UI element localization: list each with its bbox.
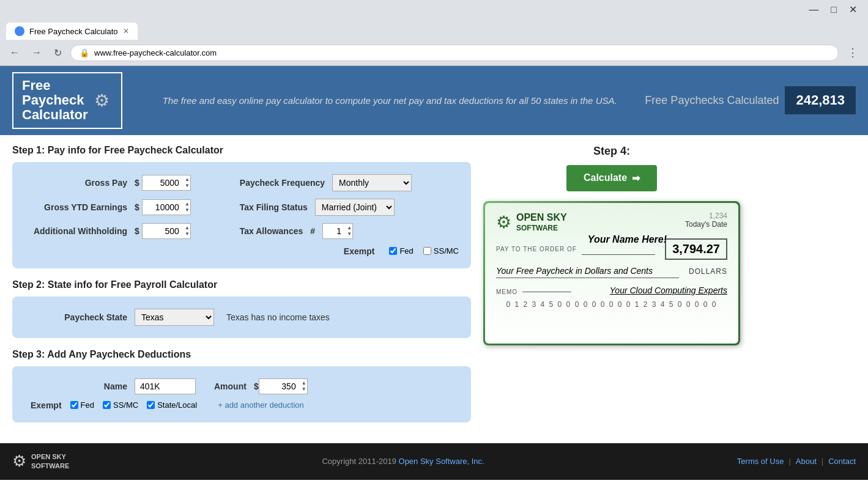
deduction-ssmc-checkbox[interactable] bbox=[103, 401, 111, 409]
filing-group: Tax Filing Status SingleMarried (Joint)M… bbox=[240, 199, 459, 216]
deduction-statelocal-checkbox[interactable] bbox=[147, 401, 155, 409]
freq-select[interactable]: WeeklyBi-WeeklySemi-MonthlyMonthlyQuarte… bbox=[332, 174, 412, 191]
additional-spinner[interactable]: ▲ ▼ bbox=[142, 223, 191, 239]
active-tab[interactable]: Free Paycheck Calculato ✕ bbox=[6, 23, 138, 40]
check-dollars-label: DOLLARS bbox=[689, 267, 727, 276]
contact-link[interactable]: Contact bbox=[828, 457, 856, 466]
gross-ytd-up[interactable]: ▲ bbox=[185, 201, 190, 207]
allowances-group: Tax Allowances # ▲ ▼ bbox=[240, 223, 459, 239]
back-button[interactable]: ← bbox=[6, 45, 23, 61]
allowances-arrows[interactable]: ▲ ▼ bbox=[347, 225, 352, 237]
add-deduction-link[interactable]: + add another deduction bbox=[218, 400, 304, 410]
check-dollars-text: Your Free Paycheck in Dollars and Cents bbox=[496, 266, 653, 276]
tab-close-icon[interactable]: ✕ bbox=[123, 27, 129, 35]
additional-arrows[interactable]: ▲ ▼ bbox=[185, 225, 190, 237]
step3-heading: Step 3: Add Any Paycheck Deductions bbox=[12, 349, 471, 360]
deduction-fed-item: Fed bbox=[70, 400, 94, 410]
step2-heading: Step 2: State info for Free Payroll Calc… bbox=[12, 279, 471, 290]
address-bar[interactable]: 🔒 bbox=[70, 45, 839, 61]
state-label: Paycheck State bbox=[24, 312, 135, 322]
tab-favicon bbox=[15, 26, 24, 36]
amount-up[interactable]: ▲ bbox=[302, 380, 306, 386]
exempt-fed-checkbox[interactable] bbox=[389, 247, 397, 255]
additional-field[interactable] bbox=[142, 223, 191, 239]
footer-logo-text: OPEN SKY SOFTWARE bbox=[31, 452, 69, 470]
exempt-row: Exempt Fed SS/MC bbox=[24, 246, 459, 256]
forward-button[interactable]: → bbox=[28, 45, 45, 61]
gross-ytd-row: Gross YTD Earnings $ ▲ ▼ Tax Filing Stat… bbox=[24, 199, 459, 216]
browser-menu-button[interactable]: ⋮ bbox=[844, 43, 862, 62]
gross-pay-input-group: $ ▲ ▼ bbox=[135, 175, 191, 191]
amount-field[interactable] bbox=[259, 378, 308, 394]
reload-button[interactable]: ↻ bbox=[50, 45, 65, 61]
allowances-down[interactable]: ▼ bbox=[347, 231, 352, 237]
left-panel: Step 1: Pay info for Free Paycheck Calcu… bbox=[12, 145, 471, 433]
counter-value: 242,813 bbox=[785, 86, 856, 114]
gross-ytd-arrows[interactable]: ▲ ▼ bbox=[185, 201, 190, 213]
browser-tabs: Free Paycheck Calculato ✕ bbox=[0, 19, 868, 40]
freq-group: Paycheck Frequency WeeklyBi-WeeklySemi-M… bbox=[240, 174, 459, 191]
separator-1: | bbox=[788, 457, 790, 466]
state-select[interactable]: AlabamaAlaskaArizonaArkansasCaliforniaCo… bbox=[135, 309, 214, 326]
amount-down[interactable]: ▼ bbox=[302, 386, 306, 392]
gross-ytd-down[interactable]: ▼ bbox=[185, 207, 190, 213]
gross-pay-arrows[interactable]: ▲ ▼ bbox=[185, 177, 190, 189]
check-routing: 0 1 2 3 4 5 0 0 0 0 0 0 0 0 0 1 2 3 4 5 … bbox=[496, 300, 727, 309]
footer-gear-icon: ⚙ bbox=[12, 452, 26, 471]
additional-label: Additional Withholding bbox=[24, 226, 135, 236]
allowances-up[interactable]: ▲ bbox=[347, 225, 352, 231]
allowances-label: Tax Allowances bbox=[240, 226, 303, 236]
amount-arrows[interactable]: ▲ ▼ bbox=[302, 380, 306, 392]
deduction-statelocal-label: State/Local bbox=[157, 400, 197, 410]
dollar-sign-2: $ bbox=[135, 202, 139, 212]
gross-ytd-field[interactable] bbox=[142, 199, 191, 215]
tab-title: Free Paycheck Calculato bbox=[29, 27, 118, 36]
check-logo: ⚙ OPEN SKY SOFTWARE bbox=[496, 212, 567, 234]
state-note: Texas has no income taxes bbox=[226, 312, 330, 322]
deduction-name-field[interactable] bbox=[135, 378, 196, 394]
deduction-ssmc-label: SS/MC bbox=[113, 400, 138, 410]
gross-ytd-spinner[interactable]: ▲ ▼ bbox=[142, 199, 191, 215]
check-date-label: Today's Date bbox=[685, 220, 727, 229]
counter-label: Free Paychecks Calculated bbox=[645, 94, 785, 107]
gross-pay-down[interactable]: ▼ bbox=[185, 183, 190, 189]
filing-label: Tax Filing Status bbox=[240, 202, 308, 212]
amount-spinner[interactable]: ▲ ▼ bbox=[259, 378, 308, 394]
check-gear-icon: ⚙ bbox=[496, 212, 511, 232]
close-button[interactable]: ✕ bbox=[843, 2, 863, 17]
additional-up[interactable]: ▲ bbox=[185, 225, 190, 231]
check-payto-line: Your Name Here! bbox=[582, 243, 655, 255]
filing-select[interactable]: SingleMarried (Joint)Married (Separate)H… bbox=[315, 199, 395, 216]
exempt-fed-item: Fed bbox=[389, 246, 413, 256]
copyright-link[interactable]: Open Sky Software, Inc. bbox=[399, 457, 484, 466]
step1-heading: Step 1: Pay info for Free Paycheck Calcu… bbox=[12, 145, 471, 156]
deduction-ssmc-item: SS/MC bbox=[103, 400, 138, 410]
gross-ytd-input-group: $ ▲ ▼ bbox=[135, 199, 191, 215]
dollar-sign: $ bbox=[135, 178, 139, 188]
header-tagline: The free and easy online pay calculator … bbox=[135, 95, 645, 106]
exempt-ssmc-checkbox[interactable] bbox=[423, 247, 431, 255]
gross-pay-spinner[interactable]: ▲ ▼ bbox=[142, 175, 191, 191]
exempt-ssmc-label: SS/MC bbox=[434, 246, 459, 256]
about-link[interactable]: About bbox=[796, 457, 817, 466]
window-titlebar: — □ ✕ bbox=[0, 0, 868, 19]
gross-pay-row: Gross Pay $ ▲ ▼ Paycheck Frequency Weekl… bbox=[24, 174, 459, 191]
deduction-row: Name Amount $ ▲ ▼ bbox=[24, 378, 459, 394]
url-input[interactable] bbox=[94, 48, 829, 57]
app-header: Free Paycheck Calculator ⚙ The free and … bbox=[0, 66, 868, 135]
calculate-button[interactable]: Calculate ➡ bbox=[566, 165, 657, 191]
gross-pay-label: Gross Pay bbox=[24, 178, 135, 188]
deduction-fed-checkbox[interactable] bbox=[70, 401, 78, 409]
minimize-button[interactable]: — bbox=[803, 2, 825, 17]
check-payto-name: Your Name Here! bbox=[588, 234, 667, 245]
gross-pay-field[interactable] bbox=[142, 175, 191, 191]
allowances-spinner[interactable]: ▲ ▼ bbox=[322, 223, 353, 239]
gross-pay-up[interactable]: ▲ bbox=[185, 177, 190, 183]
additional-down[interactable]: ▼ bbox=[185, 231, 190, 237]
step2-section: Paycheck State AlabamaAlaskaArizonaArkan… bbox=[12, 296, 471, 338]
exempt-ssmc-item: SS/MC bbox=[423, 246, 459, 256]
maximize-button[interactable]: □ bbox=[825, 2, 843, 17]
check-payto-label: PAY TO THE ORDER OF bbox=[496, 246, 577, 252]
terms-link[interactable]: Terms of Use bbox=[737, 457, 784, 466]
dollar-sign-4: $ bbox=[254, 381, 259, 391]
